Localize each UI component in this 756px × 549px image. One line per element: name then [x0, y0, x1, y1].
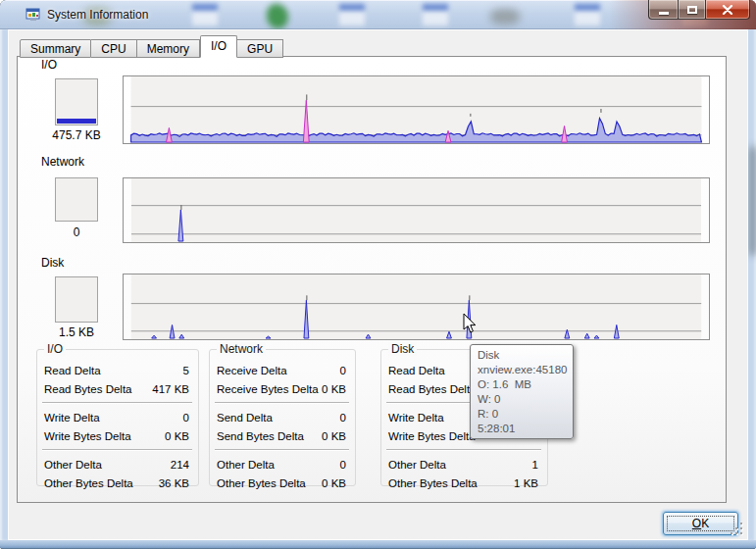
glass-smudge	[749, 147, 756, 255]
stat-row: Receive Bytes Delta0 KB	[210, 379, 355, 398]
window-border-bottom	[0, 540, 756, 549]
group-body: Receive Delta0Receive Bytes Delta0 KBSen…	[210, 350, 355, 485]
group-separator	[42, 402, 192, 404]
stat-label: Write Delta	[44, 412, 100, 424]
stat-label: Other Delta	[44, 459, 102, 471]
stat-value: 0 KB	[322, 383, 346, 395]
disk-tooltip: Diskxnview.exe:45180O: 1.6 MBW: 0R: 05:2…	[470, 344, 574, 439]
stat-row: Other Bytes Delta1 KB	[381, 474, 547, 492]
stat-value: 5	[183, 365, 189, 376]
group-separator	[215, 449, 349, 451]
group-body: Read Delta5Read Bytes Delta417 KBWrite D…	[37, 350, 198, 485]
mouse-cursor	[463, 314, 477, 334]
tab-strip: SummaryCPUMemoryI/OGPU	[20, 34, 283, 57]
tooltip-line: xnview.exe:45180	[478, 363, 573, 377]
stat-value: 214	[171, 459, 189, 471]
stat-row: Write Delta0	[37, 408, 198, 426]
titlebar[interactable]: System Information	[0, 0, 756, 29]
window-title: System Information	[47, 8, 148, 22]
stat-label: Other Bytes Delta	[44, 477, 133, 489]
stat-label: Write Delta	[388, 412, 444, 424]
minimize-button[interactable]	[648, 0, 678, 20]
stat-label: Receive Delta	[217, 365, 287, 376]
group-separator	[42, 449, 192, 451]
stat-value: 36 KB	[159, 477, 189, 489]
tab-memory[interactable]: Memory	[137, 39, 200, 58]
tooltip-line: W: 0	[478, 392, 573, 407]
tooltip-line: R: 0	[478, 407, 573, 422]
stat-value: 0	[340, 412, 346, 424]
tab-gpu[interactable]: GPU	[237, 39, 283, 58]
tab-summary[interactable]: Summary	[20, 39, 91, 58]
group-separator	[386, 449, 541, 451]
stat-label: Other Bytes Delta	[388, 477, 478, 489]
stat-row: Read Delta5	[37, 361, 198, 379]
stat-value: 0 KB	[322, 477, 346, 489]
stat-label: Receive Bytes Delta	[217, 383, 319, 395]
stat-row: Write Bytes Delta0 KB	[37, 426, 198, 445]
stat-value: 0	[183, 412, 189, 424]
dialog-client-area: SummaryCPUMemoryI/OGPU I/O475.7 KBNetwor…	[8, 29, 748, 540]
blurred-gray-blob	[490, 9, 520, 25]
system-info-icon	[25, 7, 41, 23]
close-button[interactable]	[706, 0, 750, 20]
stat-label: Read Delta	[388, 365, 445, 376]
blurred-green-shortcut	[267, 4, 288, 28]
stat-row: Other Bytes Delta36 KB	[37, 474, 198, 492]
blurred-window-icon	[575, 4, 600, 25]
stat-value: 0	[340, 365, 346, 376]
window-border-right	[748, 29, 756, 540]
maximize-button[interactable]	[678, 0, 706, 20]
ok-button-label: OK	[692, 517, 709, 530]
stat-label: Write Bytes Delta	[388, 430, 476, 442]
stat-row: Other Bytes Delta0 KB	[210, 474, 355, 492]
stat-value: 1	[532, 459, 538, 471]
stat-label: Other Delta	[217, 459, 275, 471]
stat-row: Other Delta1	[381, 455, 547, 474]
tooltip-line: O: 1.6 MB	[478, 377, 573, 392]
tooltip-line: Disk	[478, 348, 573, 363]
stat-value: 0 KB	[322, 430, 346, 442]
tab-i-o[interactable]: I/O	[200, 35, 237, 58]
caption-buttons	[648, 0, 750, 20]
tooltip-line: 5:28:01	[478, 422, 573, 436]
stat-value: 0 KB	[165, 430, 189, 442]
group-separator	[215, 402, 349, 404]
stat-value: 0	[340, 459, 346, 471]
app-icon[interactable]	[25, 7, 41, 23]
stat-value: 1 KB	[514, 477, 538, 489]
stat-row: Other Delta214	[37, 455, 198, 474]
tab-page-io: I/O475.7 KBNetwork0Disk1.5 KB I/ORead De…	[17, 56, 727, 503]
window-border-left	[0, 29, 8, 540]
stat-row: Other Delta0	[210, 455, 355, 474]
stat-label: Read Bytes Delta	[44, 383, 132, 395]
close-icon	[722, 5, 733, 15]
stat-row: Send Delta0	[210, 408, 355, 426]
resize-grip[interactable]	[731, 523, 745, 537]
stat-row: Read Bytes Delta417 KB	[37, 379, 198, 398]
group-network: NetworkReceive Delta0Receive Bytes Delta…	[209, 349, 356, 486]
maximize-icon	[687, 6, 697, 14]
stat-label: Other Delta	[388, 459, 446, 471]
blurred-window-icon	[423, 4, 448, 25]
ok-button[interactable]: OK	[663, 512, 738, 535]
minimize-icon	[659, 12, 669, 15]
stat-value: 417 KB	[152, 383, 189, 395]
blurred-window-icon	[339, 4, 365, 25]
resize-grip-icon	[731, 523, 745, 537]
system-information-window: System Information SummaryCPUMemoryI/OGP…	[0, 0, 756, 549]
stat-label: Write Bytes Delta	[44, 430, 131, 442]
stat-label: Read Bytes Delta	[388, 383, 477, 395]
stat-label: Send Bytes Delta	[217, 430, 304, 442]
stat-label: Read Delta	[44, 365, 101, 376]
group-i-o: I/ORead Delta5Read Bytes Delta417 KBWrit…	[36, 349, 199, 486]
stat-row: Receive Delta0	[210, 361, 355, 379]
blurred-window-icon	[192, 4, 218, 25]
tab-cpu[interactable]: CPU	[91, 39, 136, 58]
stat-row: Send Bytes Delta0 KB	[210, 426, 355, 445]
stat-label: Send Delta	[217, 412, 273, 424]
stat-label: Other Bytes Delta	[217, 477, 306, 489]
stats-groups: I/ORead Delta5Read Bytes Delta417 KBWrit…	[18, 57, 726, 502]
